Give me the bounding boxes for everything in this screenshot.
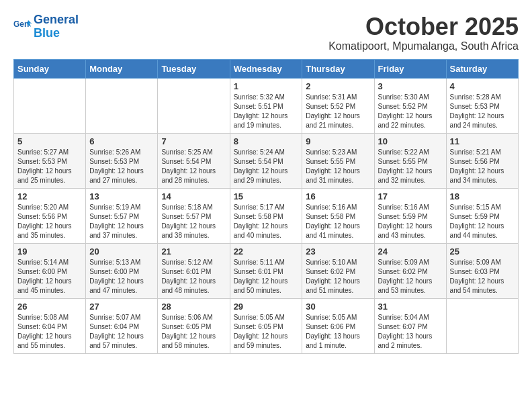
table-row: 25Sunrise: 5:09 AM Sunset: 6:03 PM Dayli… bbox=[446, 243, 518, 298]
day-number: 15 bbox=[234, 191, 299, 201]
calendar-table: Sunday Monday Tuesday Wednesday Thursday… bbox=[13, 59, 519, 354]
day-number: 22 bbox=[234, 246, 299, 257]
day-number: 16 bbox=[306, 191, 370, 201]
day-detail: Sunrise: 5:05 AM Sunset: 6:05 PM Dayligh… bbox=[234, 313, 299, 351]
day-detail: Sunrise: 5:21 AM Sunset: 5:56 PM Dayligh… bbox=[450, 148, 515, 185]
day-number: 19 bbox=[17, 246, 82, 257]
table-row: 18Sunrise: 5:15 AM Sunset: 5:59 PM Dayli… bbox=[446, 188, 518, 243]
table-row: 30Sunrise: 5:05 AM Sunset: 6:06 PM Dayli… bbox=[302, 298, 374, 353]
day-number: 4 bbox=[450, 81, 515, 91]
day-number: 30 bbox=[306, 302, 370, 312]
day-detail: Sunrise: 5:04 AM Sunset: 6:07 PM Dayligh… bbox=[378, 313, 443, 351]
table-row: 15Sunrise: 5:17 AM Sunset: 5:58 PM Dayli… bbox=[230, 188, 302, 243]
calendar-header-row: Sunday Monday Tuesday Wednesday Thursday… bbox=[14, 59, 519, 78]
day-detail: Sunrise: 5:16 AM Sunset: 5:58 PM Dayligh… bbox=[306, 203, 370, 240]
logo-icon: Gen bbox=[13, 17, 32, 36]
day-detail: Sunrise: 5:20 AM Sunset: 5:56 PM Dayligh… bbox=[17, 203, 82, 240]
svg-text:Gen: Gen bbox=[13, 19, 29, 29]
day-number: 7 bbox=[161, 136, 226, 146]
table-row: 2Sunrise: 5:31 AM Sunset: 5:52 PM Daylig… bbox=[302, 78, 374, 133]
day-number: 13 bbox=[89, 191, 154, 201]
calendar-week-row: 5Sunrise: 5:27 AM Sunset: 5:53 PM Daylig… bbox=[14, 133, 519, 188]
logo-line1: General bbox=[34, 13, 79, 26]
day-detail: Sunrise: 5:09 AM Sunset: 6:02 PM Dayligh… bbox=[378, 258, 443, 295]
day-number: 26 bbox=[17, 302, 82, 312]
table-row: 16Sunrise: 5:16 AM Sunset: 5:58 PM Dayli… bbox=[302, 188, 374, 243]
table-row: 8Sunrise: 5:24 AM Sunset: 5:54 PM Daylig… bbox=[230, 133, 302, 188]
day-detail: Sunrise: 5:31 AM Sunset: 5:52 PM Dayligh… bbox=[306, 93, 370, 130]
day-detail: Sunrise: 5:22 AM Sunset: 5:55 PM Dayligh… bbox=[378, 148, 443, 185]
day-number: 9 bbox=[306, 136, 370, 146]
day-detail: Sunrise: 5:07 AM Sunset: 6:04 PM Dayligh… bbox=[89, 313, 154, 351]
col-friday: Friday bbox=[374, 59, 446, 78]
table-row bbox=[86, 78, 158, 133]
day-detail: Sunrise: 5:09 AM Sunset: 6:03 PM Dayligh… bbox=[450, 258, 515, 295]
day-number: 11 bbox=[450, 136, 515, 146]
page-header: Gen General Blue October 2025 Komatipoor… bbox=[13, 13, 519, 52]
day-number: 10 bbox=[378, 136, 443, 146]
day-number: 27 bbox=[89, 302, 154, 312]
table-row: 11Sunrise: 5:21 AM Sunset: 5:56 PM Dayli… bbox=[446, 133, 518, 188]
col-thursday: Thursday bbox=[302, 59, 374, 78]
table-row: 7Sunrise: 5:25 AM Sunset: 5:54 PM Daylig… bbox=[158, 133, 230, 188]
day-detail: Sunrise: 5:28 AM Sunset: 5:53 PM Dayligh… bbox=[450, 93, 515, 130]
table-row: 29Sunrise: 5:05 AM Sunset: 6:05 PM Dayli… bbox=[230, 298, 302, 353]
day-detail: Sunrise: 5:32 AM Sunset: 5:51 PM Dayligh… bbox=[234, 93, 299, 130]
day-number: 20 bbox=[89, 246, 154, 257]
day-number: 29 bbox=[234, 302, 299, 312]
col-wednesday: Wednesday bbox=[230, 59, 302, 78]
day-number: 3 bbox=[378, 81, 443, 91]
col-saturday: Saturday bbox=[446, 59, 518, 78]
location-subtitle: Komatipoort, Mpumalanga, South Africa bbox=[328, 40, 519, 52]
title-block: October 2025 Komatipoort, Mpumalanga, So… bbox=[328, 13, 519, 52]
table-row: 10Sunrise: 5:22 AM Sunset: 5:55 PM Dayli… bbox=[374, 133, 446, 188]
table-row bbox=[14, 78, 86, 133]
day-number: 8 bbox=[234, 136, 299, 146]
table-row: 24Sunrise: 5:09 AM Sunset: 6:02 PM Dayli… bbox=[374, 243, 446, 298]
day-detail: Sunrise: 5:05 AM Sunset: 6:06 PM Dayligh… bbox=[306, 313, 370, 351]
day-number: 21 bbox=[161, 246, 226, 257]
day-detail: Sunrise: 5:19 AM Sunset: 5:57 PM Dayligh… bbox=[89, 203, 154, 240]
logo-line2: Blue bbox=[34, 27, 79, 40]
calendar-week-row: 19Sunrise: 5:14 AM Sunset: 6:00 PM Dayli… bbox=[14, 243, 519, 298]
table-row: 17Sunrise: 5:16 AM Sunset: 5:59 PM Dayli… bbox=[374, 188, 446, 243]
day-detail: Sunrise: 5:14 AM Sunset: 6:00 PM Dayligh… bbox=[17, 258, 82, 295]
table-row: 27Sunrise: 5:07 AM Sunset: 6:04 PM Dayli… bbox=[86, 298, 158, 353]
calendar-week-row: 26Sunrise: 5:08 AM Sunset: 6:04 PM Dayli… bbox=[14, 298, 519, 353]
day-detail: Sunrise: 5:24 AM Sunset: 5:54 PM Dayligh… bbox=[234, 148, 299, 185]
calendar-week-row: 12Sunrise: 5:20 AM Sunset: 5:56 PM Dayli… bbox=[14, 188, 519, 243]
day-detail: Sunrise: 5:30 AM Sunset: 5:52 PM Dayligh… bbox=[378, 93, 443, 130]
table-row: 4Sunrise: 5:28 AM Sunset: 5:53 PM Daylig… bbox=[446, 78, 518, 133]
table-row: 3Sunrise: 5:30 AM Sunset: 5:52 PM Daylig… bbox=[374, 78, 446, 133]
day-number: 2 bbox=[306, 81, 370, 91]
table-row: 21Sunrise: 5:12 AM Sunset: 6:01 PM Dayli… bbox=[158, 243, 230, 298]
table-row: 1Sunrise: 5:32 AM Sunset: 5:51 PM Daylig… bbox=[230, 78, 302, 133]
table-row: 12Sunrise: 5:20 AM Sunset: 5:56 PM Dayli… bbox=[14, 188, 86, 243]
day-detail: Sunrise: 5:18 AM Sunset: 5:57 PM Dayligh… bbox=[161, 203, 226, 240]
day-detail: Sunrise: 5:08 AM Sunset: 6:04 PM Dayligh… bbox=[17, 313, 82, 351]
day-detail: Sunrise: 5:27 AM Sunset: 5:53 PM Dayligh… bbox=[17, 148, 82, 185]
col-sunday: Sunday bbox=[14, 59, 86, 78]
table-row: 20Sunrise: 5:13 AM Sunset: 6:00 PM Dayli… bbox=[86, 243, 158, 298]
day-number: 23 bbox=[306, 246, 370, 257]
day-detail: Sunrise: 5:26 AM Sunset: 5:53 PM Dayligh… bbox=[89, 148, 154, 185]
logo: Gen General Blue bbox=[13, 13, 79, 40]
table-row bbox=[446, 298, 518, 353]
table-row: 23Sunrise: 5:10 AM Sunset: 6:02 PM Dayli… bbox=[302, 243, 374, 298]
day-number: 28 bbox=[161, 302, 226, 312]
col-monday: Monday bbox=[86, 59, 158, 78]
table-row: 6Sunrise: 5:26 AM Sunset: 5:53 PM Daylig… bbox=[86, 133, 158, 188]
day-number: 1 bbox=[234, 81, 299, 91]
day-detail: Sunrise: 5:15 AM Sunset: 5:59 PM Dayligh… bbox=[450, 203, 515, 240]
day-number: 31 bbox=[378, 302, 443, 312]
day-number: 24 bbox=[378, 246, 443, 257]
table-row: 31Sunrise: 5:04 AM Sunset: 6:07 PM Dayli… bbox=[374, 298, 446, 353]
day-detail: Sunrise: 5:13 AM Sunset: 6:00 PM Dayligh… bbox=[89, 258, 154, 295]
day-number: 12 bbox=[17, 191, 82, 201]
table-row: 28Sunrise: 5:06 AM Sunset: 6:05 PM Dayli… bbox=[158, 298, 230, 353]
table-row: 5Sunrise: 5:27 AM Sunset: 5:53 PM Daylig… bbox=[14, 133, 86, 188]
day-detail: Sunrise: 5:10 AM Sunset: 6:02 PM Dayligh… bbox=[306, 258, 370, 295]
day-detail: Sunrise: 5:11 AM Sunset: 6:01 PM Dayligh… bbox=[234, 258, 299, 295]
day-number: 18 bbox=[450, 191, 515, 201]
day-number: 25 bbox=[450, 246, 515, 257]
